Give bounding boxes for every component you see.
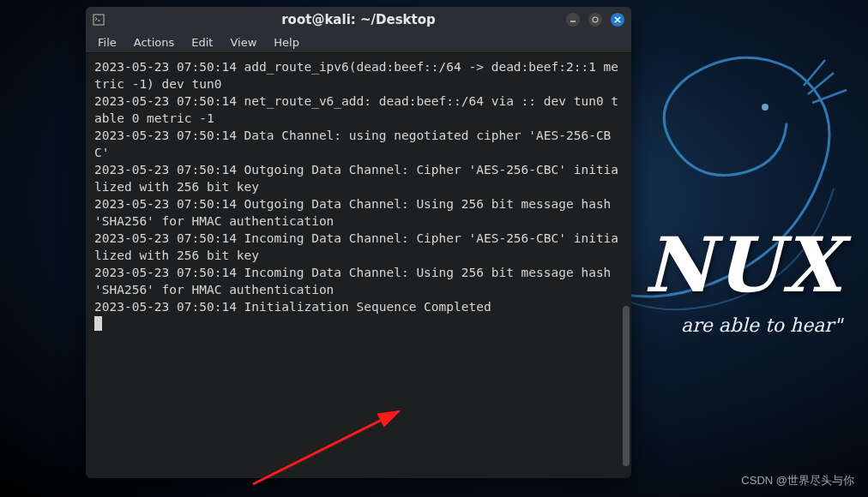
menu-edit[interactable]: Edit <box>184 34 220 51</box>
wallpaper-tagline: are able to hear" <box>644 314 842 336</box>
watermark-text: CSDN @世界尽头与你 <box>741 473 854 488</box>
terminal-scrollbar[interactable] <box>623 53 630 475</box>
window-controls <box>566 13 624 27</box>
wallpaper-bigtext: NUX <box>644 227 842 302</box>
window-titlebar[interactable]: root@kali: ~/Desktop <box>86 7 631 33</box>
terminal-output-area[interactable]: 2023-05-23 07:50:14 add_route_ipv6(dead:… <box>86 53 631 478</box>
terminal-window: root@kali: ~/Desktop File Actions Edit V… <box>86 7 631 478</box>
menu-view[interactable]: View <box>223 34 263 51</box>
scrollbar-thumb[interactable] <box>623 306 630 466</box>
svg-point-0 <box>762 104 769 111</box>
window-title: root@kali: ~/Desktop <box>281 12 436 27</box>
menu-actions[interactable]: Actions <box>127 34 182 51</box>
svg-rect-1 <box>93 15 104 25</box>
wallpaper-text: NUX are able to hear" <box>644 227 842 336</box>
terminal-icon <box>93 14 105 26</box>
maximize-button[interactable] <box>588 13 602 27</box>
minimize-button[interactable] <box>566 13 580 27</box>
terminal-cursor <box>94 316 102 331</box>
svg-point-2 <box>593 17 598 22</box>
terminal-output-text: 2023-05-23 07:50:14 add_route_ipv6(dead:… <box>94 60 618 314</box>
close-button[interactable] <box>611 13 624 27</box>
menu-help[interactable]: Help <box>267 34 306 51</box>
menubar: File Actions Edit View Help <box>86 33 631 53</box>
menu-file[interactable]: File <box>91 34 124 51</box>
